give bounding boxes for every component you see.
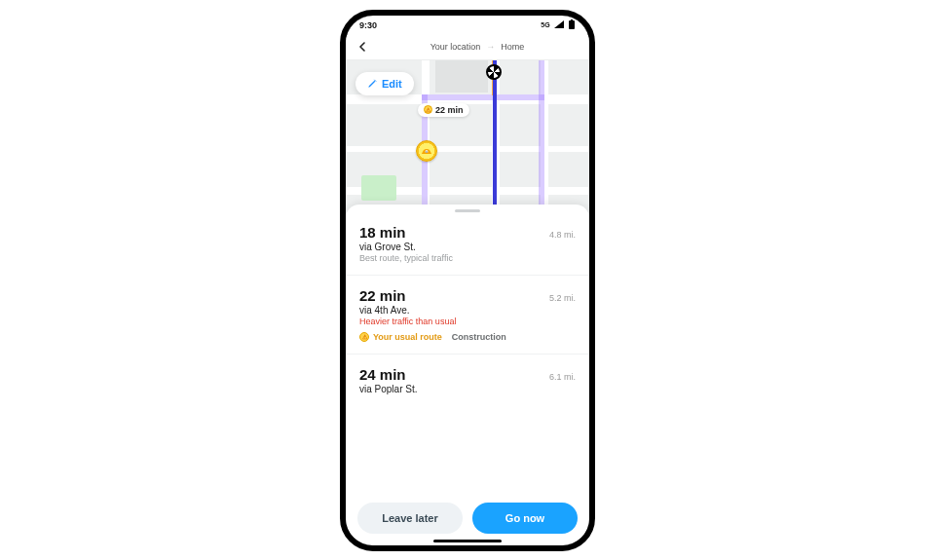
hardhat-icon	[421, 145, 432, 157]
arrow-right-icon: →	[486, 42, 495, 52]
route-via: via Poplar St.	[359, 384, 576, 394]
route-list: 18 min 4.8 mi. via Grove St. Best route,…	[346, 212, 589, 493]
route-distance: 5.2 mi.	[549, 293, 576, 303]
route-primary-segment	[493, 60, 497, 214]
route-distance: 4.8 mi.	[549, 230, 576, 240]
route-alt-segment	[422, 94, 544, 100]
leave-later-button[interactable]: Leave later	[357, 503, 463, 534]
route-breadcrumb: Your location → Home	[375, 42, 580, 52]
map-park	[361, 175, 396, 201]
route-from-label: Your location	[430, 42, 481, 52]
alt-route-time-chip[interactable]: ⚠ 22 min	[418, 103, 469, 117]
map-road	[346, 146, 589, 152]
route-time: 18 min	[359, 224, 406, 241]
route-time: 22 min	[359, 287, 406, 304]
status-time: 9:30	[359, 20, 377, 30]
map[interactable]: ⚠ 22 min Edit	[346, 60, 589, 214]
route-via: via 4th Ave.	[359, 305, 576, 316]
usual-route-label: Your usual route	[373, 332, 442, 342]
alt-route-time-label: 22 min	[435, 105, 464, 115]
hazard-mini-icon: ⚠	[424, 105, 432, 114]
pencil-icon	[367, 78, 378, 89]
svg-point-4	[426, 150, 427, 151]
route-option[interactable]: 24 min 6.1 mi. via Poplar St.	[346, 355, 589, 406]
status-bar: 9:30 5G	[346, 16, 589, 35]
route-to-label: Home	[501, 42, 524, 52]
routes-sheet: 18 min 4.8 mi. via Grove St. Best route,…	[346, 205, 589, 545]
route-header: Your location → Home	[346, 35, 589, 60]
route-option[interactable]: 22 min 5.2 mi. via 4th Ave. Heavier traf…	[346, 276, 589, 355]
map-building	[435, 60, 488, 93]
route-distance: 6.1 mi.	[549, 372, 576, 382]
chevron-left-icon	[357, 42, 367, 52]
home-indicator[interactable]	[433, 540, 502, 542]
battery-icon	[568, 19, 576, 31]
construction-marker-icon[interactable]	[416, 140, 437, 162]
route-traffic-warning: Heavier traffic than usual	[359, 317, 576, 326]
back-button[interactable]	[355, 40, 369, 54]
status-right: 5G	[541, 19, 576, 31]
usual-route-tag: ⚠ Your usual route	[359, 332, 442, 342]
route-alt-segment	[539, 60, 544, 214]
hazard-mini-icon: ⚠	[359, 332, 369, 342]
sheet-footer: Leave later Go now	[346, 493, 589, 545]
screen: 9:30 5G Your location → Home	[346, 16, 589, 545]
go-now-button[interactable]: Go now	[472, 503, 578, 534]
svg-rect-0	[569, 20, 575, 29]
signal-icon	[554, 20, 564, 30]
route-option[interactable]: 18 min 4.8 mi. via Grove St. Best route,…	[346, 212, 589, 276]
edit-label: Edit	[382, 78, 402, 90]
destination-marker-icon	[486, 64, 502, 80]
route-via: via Grove St.	[359, 242, 576, 252]
route-note: Best route, typical traffic	[359, 253, 576, 263]
svg-rect-1	[571, 19, 573, 20]
svg-point-5	[427, 150, 428, 151]
edit-button[interactable]: Edit	[355, 72, 414, 95]
phone-frame: 9:30 5G Your location → Home	[340, 10, 595, 551]
route-time: 24 min	[359, 366, 406, 383]
network-label: 5G	[541, 21, 550, 28]
construction-tag: Construction	[452, 332, 506, 342]
